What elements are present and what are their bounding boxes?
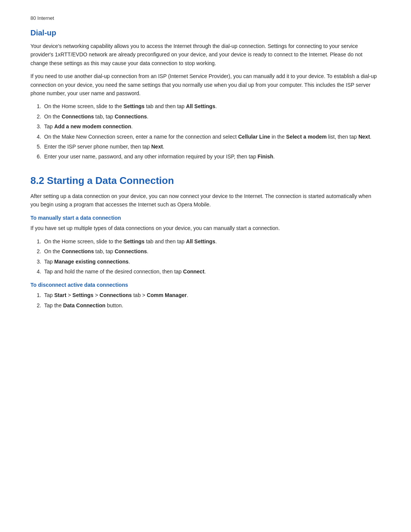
dialup-section: Dial-up Your device's networking capabil… [30,29,381,161]
disconnect-step-1: Tap Start > Settings > Connections tab >… [43,291,381,299]
subpara-manually-start: If you have set up multiple types of dat… [30,224,381,232]
manually-start-step-4: Tap and hold the name of the desired con… [43,267,381,276]
section-82-title: 8.2 Starting a Data Connection [30,175,381,187]
manually-start-step-2: On the Connections tab, tap Connections. [43,247,381,256]
manually-start-step-3: Tap Manage existing connections. [43,257,381,266]
page-container: 80 Internet Dial-up Your device's networ… [0,0,411,343]
dialup-step-3: Tap Add a new modem connection. [43,122,381,131]
dialup-step-1: On the Home screen, slide to the Setting… [43,102,381,110]
manually-start-step-1: On the Home screen, slide to the Setting… [43,237,381,246]
dialup-paragraph1: Your device's networking capability allo… [30,42,381,67]
section-82: 8.2 Starting a Data Connection After set… [30,175,381,310]
page-number: 80 Internet [30,15,381,21]
dialup-step-5: Enter the ISP server phone number, then … [43,142,381,151]
disconnect-step-2: Tap the Data Connection button. [43,301,381,310]
dialup-title: Dial-up [30,29,381,37]
dialup-step-4: On the Make New Connection screen, enter… [43,133,381,141]
dialup-steps-list: On the Home screen, slide to the Setting… [43,102,381,161]
section-82-paragraph1: After setting up a data connection on yo… [30,192,381,209]
manually-start-steps: On the Home screen, slide to the Setting… [43,237,381,276]
dialup-paragraph2: If you need to use another dial-up conne… [30,72,381,97]
subheading-disconnect: To disconnect active data connections [30,282,381,288]
dialup-step-2: On the Connections tab, tap Connections. [43,112,381,121]
disconnect-steps: Tap Start > Settings > Connections tab >… [43,291,381,310]
dialup-step-6: Enter your user name, password, and any … [43,152,381,161]
subheading-manually-start: To manually start a data connection [30,215,381,221]
